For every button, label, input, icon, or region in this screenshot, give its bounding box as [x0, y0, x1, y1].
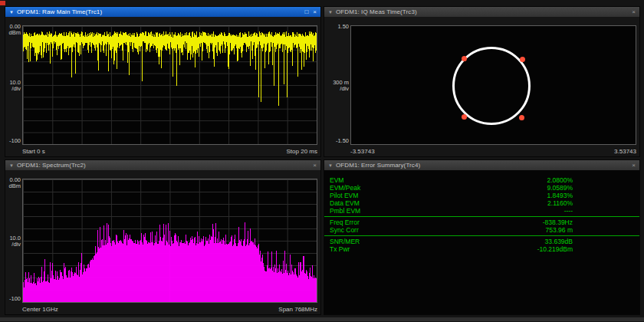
iq-body: 1.50 300 m/div -1.50 -3.53743 3.53743	[324, 17, 639, 156]
error-summary-titlebar[interactable]: ▼ OFDM1: Error Summary(Trc4) ×	[324, 160, 639, 170]
spectrum-x-labels: Center 1GHz Span 768MHz	[22, 306, 317, 313]
close-icon[interactable]: ×	[632, 9, 636, 15]
table-separator	[324, 235, 639, 236]
iq-titlebar[interactable]: ▼ OFDM1: IQ Meas Time(Trc3) ×	[324, 7, 639, 17]
raw-time-plot-area[interactable]	[22, 25, 317, 145]
spectrum-y-mid-label: 10.0/div	[5, 235, 21, 248]
constellation-point	[462, 114, 467, 120]
spectrum-y-top-label: 0.00dBm	[5, 177, 21, 189]
table-row: EVM/Peak 9.0589%	[324, 184, 639, 192]
spectrum-titlebar[interactable]: ▼ OFDM1: Spectrum(Trc2) ×	[5, 160, 320, 170]
close-icon[interactable]: ×	[313, 163, 317, 169]
iq-x-labels: -3.53743 3.53743	[350, 148, 636, 155]
window-menu-triangle-icon[interactable]: ▼	[9, 10, 14, 15]
raw-time-y-bottom-label: -100	[5, 138, 21, 144]
panel-iq-meas-time: ▼ OFDM1: IQ Meas Time(Trc3) × 1.50 300 m…	[324, 6, 640, 157]
raw-time-titlebar[interactable]: ▼ OFDM1: Raw Main Time(Trc1) □ ×	[5, 7, 320, 17]
raw-time-x-labels: Start 0 s Stop 20 ms	[22, 148, 317, 155]
table-row: Pilot EVM 1.8493%	[324, 192, 639, 199]
spectrum-trace	[23, 179, 317, 302]
close-icon[interactable]: ×	[313, 9, 317, 15]
table-row: Freq Error -838.39Hz	[324, 219, 639, 226]
record-indicator	[0, 1, 5, 5]
window-menu-triangle-icon[interactable]: ▼	[9, 163, 14, 168]
x-max-label: 3.53743	[614, 148, 636, 155]
raw-time-y-mid-label: 10.0/div	[5, 80, 21, 92]
constellation-point	[519, 115, 524, 120]
span-label: Span 768MHz	[278, 306, 317, 313]
raw-time-trace	[23, 26, 317, 144]
spectrum-y-bottom-label: -100	[5, 296, 21, 302]
panel-error-summary: ▼ OFDM1: Error Summary(Trc4) × EVM 2.080…	[324, 159, 640, 315]
raw-time-title: OFDM1: Raw Main Time(Trc1)	[17, 8, 302, 15]
panel-spectrum: ▼ OFDM1: Spectrum(Trc2) × 0.00dBm 10.0/d…	[5, 159, 321, 315]
raw-time-y-top-label: 0.00dBm	[5, 24, 21, 36]
spectrum-title: OFDM1: Spectrum(Trc2)	[17, 162, 310, 169]
error-summary-table: EVM 2.0800% EVM/Peak 9.0589% Pilot EVM 1…	[324, 170, 639, 314]
stop-label: Stop 20 ms	[287, 148, 317, 155]
panel-raw-main-time: ▼ OFDM1: Raw Main Time(Trc1) □ × 0.00dBm…	[5, 6, 321, 157]
table-separator	[324, 216, 639, 217]
table-row: Sync Corr 753.96 m	[324, 226, 639, 234]
iq-y-mid-label: 300 m/div	[324, 80, 349, 92]
center-freq-label: Center 1GHz	[22, 306, 58, 313]
iq-y-bottom-label: -1.50	[324, 138, 349, 144]
error-summary-title: OFDM1: Error Summary(Trc4)	[336, 162, 629, 169]
iq-y-top-label: 1.50	[324, 24, 349, 30]
iq-plot-area[interactable]	[350, 25, 636, 145]
start-label: Start 0 s	[22, 148, 45, 155]
maximize-icon[interactable]: □	[304, 9, 308, 15]
analyzer-multiview-window: ▼ OFDM1: Raw Main Time(Trc1) □ × 0.00dBm…	[0, 0, 644, 322]
table-row: Pmbl EVM ----	[324, 207, 639, 215]
bottom-status-strip	[0, 317, 644, 321]
spectrum-plot-area[interactable]	[22, 179, 317, 303]
window-menu-triangle-icon[interactable]: ▼	[328, 10, 333, 15]
spectrum-body: 0.00dBm 10.0/div -100 Center 1GHz Span 7…	[5, 170, 320, 314]
table-row: SNR/MER 33.639dB	[324, 238, 639, 245]
table-row: Tx Pwr -10.219dBm	[324, 245, 639, 253]
table-row: Data EVM 2.1160%	[324, 199, 639, 207]
iq-title: OFDM1: IQ Meas Time(Trc3)	[336, 8, 629, 15]
constellation-point	[520, 57, 525, 62]
raw-time-body: 0.00dBm 10.0/div -100 Start 0 s Stop 20 …	[5, 17, 320, 156]
window-menu-triangle-icon[interactable]: ▼	[328, 163, 333, 168]
table-row: EVM 2.0800%	[324, 176, 639, 184]
close-icon[interactable]: ×	[632, 163, 636, 169]
x-min-label: -3.53743	[350, 148, 375, 155]
constellation-point	[462, 56, 467, 61]
